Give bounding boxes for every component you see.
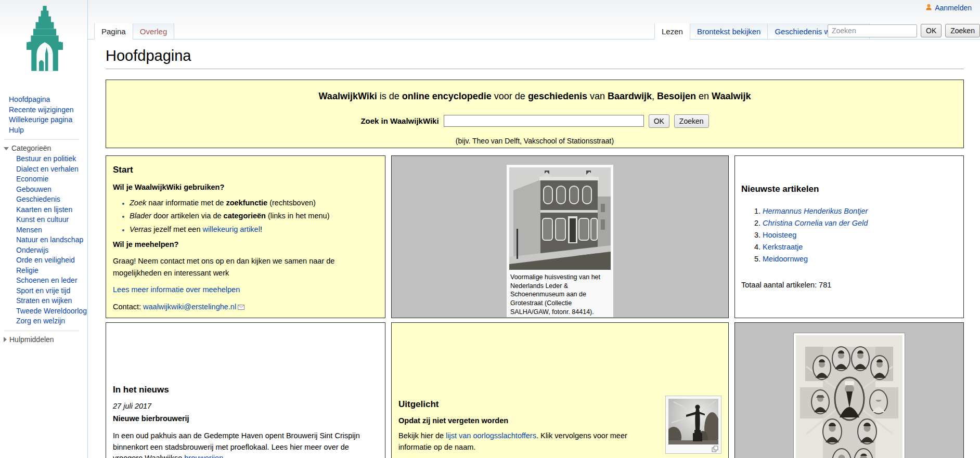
contact-line: Contact: waalwijkwiki@erstelinghe.nl [113,301,378,313]
newest-list: Hermannus Henderikus Bontjer Christina C… [741,204,957,266]
sidebar-item-hoofdpagina[interactable]: Hoofdpagina [9,95,87,105]
museum-caption: Voormalige huisvesting van het Nederland… [509,270,611,318]
welcome-banner: WaalwijkWiki is de online encyclopedie v… [106,80,964,148]
article-link[interactable]: Christina Cornelia van der Geld [763,219,868,227]
user-icon [925,4,932,12]
sidebar-item-economie[interactable]: Economie [16,174,87,185]
banner-search-input[interactable] [444,115,644,127]
headline-part: van [587,91,608,101]
article-link[interactable]: Kerkstraatje [763,243,803,251]
sidebar-item-sport-en-vrije-tijd[interactable]: Sport en vrije tijd [16,286,87,296]
login-link[interactable]: Aanmelden [935,4,972,12]
search-button[interactable]: Zoeken [945,24,980,37]
random-article-link[interactable]: willekeurig artikel [203,225,260,233]
headline-part: en [696,91,712,101]
sidebar-item-geschiedenis[interactable]: Geschiedenis [16,194,87,205]
sidebar: Hoofdpagina Recente wijzigingen Willekeu… [0,0,87,345]
start-bullet: Verras jezelf met een willekeurig artike… [130,224,378,235]
portrait-collage-photo[interactable] [796,335,902,458]
news-subtitle: Nieuwe bierbrouwerij [113,413,378,425]
banner-ok-button[interactable]: OK [649,114,669,128]
banner-zoeken-button[interactable]: Zoeken [674,114,709,128]
newest-title: Nieuwste artikelen [741,184,957,194]
sidebar-item-gebouwen[interactable]: Gebouwen [16,185,87,195]
tab-overleg[interactable]: Overleg [133,23,175,40]
list-item: Kerkstraatje [763,242,957,252]
sidebar-item-schoenen-en-leder[interactable]: Schoenen en leder [16,276,87,286]
search-input[interactable] [828,24,917,37]
sidebar-item-dialect-en-verhalen[interactable]: Dialect en verhalen [16,164,87,175]
banner-search-label: Zoek in WaalwijkWiki [360,116,439,125]
museum-box: Voormalige huisvesting van het Nederland… [391,155,729,318]
sidebar-item-mensen[interactable]: Mensen [16,225,87,235]
sidebar-item-recente-wijzigingen[interactable]: Recente wijzigingen [9,105,87,115]
tab-brontekst-bekijken[interactable]: Brontekst bekijken [690,23,768,40]
tab-pagina[interactable]: Pagina [94,23,133,40]
magnify-icon[interactable] [712,446,718,452]
news-text: In een oud pakhuis aan de Gedempte Haven… [113,431,360,458]
war-victims-link[interactable]: lijst van oorlogsslachtoffers [446,431,536,440]
site-logo[interactable] [21,3,69,72]
news-body: In een oud pakhuis aan de Gedempte Haven… [113,430,378,458]
tools-portal-toggle[interactable]: Hulpmiddelen [0,335,87,345]
article-link[interactable]: Meidoornweg [763,255,808,263]
sidebar-item-onderwijs[interactable]: Onderwijs [16,245,87,256]
sidebar-item-religie[interactable]: Religie [16,266,87,276]
list-item: Christina Cornelia van der Geld [763,218,957,228]
headline-part: voor de [492,91,528,101]
news-title: In het nieuws [113,383,378,397]
bullet-text: Zoek [130,199,146,207]
museum-photo[interactable] [509,167,611,270]
news-date: 27 juli 2017 [113,401,378,412]
page-content: Hoofdpagina WaalwijkWiki is de online en… [88,40,980,458]
bullet-text: naar informatie met de [146,199,226,207]
contact-email-link[interactable]: waalwijkwiki@erstelinghe.nl [143,303,236,311]
categories-portal-toggle[interactable]: Categorieën [0,143,87,153]
chevron-right-icon [4,337,7,342]
article-link[interactable]: Hermannus Henderikus Bontjer [763,207,868,215]
article-link[interactable]: Hooisteeg [763,231,796,239]
statue-thumb-card [665,396,721,454]
search-go-button[interactable]: OK [921,24,942,37]
banner-headline: WaalwijkWiki is de online encyclopedie v… [106,91,963,102]
banner-search: Zoek in WaalwijkWiki OK Zoeken [106,114,963,128]
start-bullets: Zoek naar informatie met de zoekfunctie … [113,197,378,235]
sidebar-item-bestuur-en-politiek[interactable]: Bestuur en politiek [16,154,87,164]
sidebar-item-kaarten-en-lijsten[interactable]: Kaarten en lijsten [16,205,87,215]
news-box: In het nieuws 27 juli 2017 Nieuwe bierbr… [106,322,385,458]
start-box: Start Wil je WaalwijkWiki gebruiken? Zoe… [106,155,385,318]
statue-photo[interactable] [668,399,718,444]
start-bullet: Blader door artikelen via de categorieën… [130,210,378,221]
tab-lezen[interactable]: Lezen [654,23,690,40]
bullet-text: categorieën [224,212,266,220]
start-question-2: Wil je meehelpen? [113,239,378,250]
bullet-text: ! [260,225,262,233]
personal-bar: Aanmelden [925,4,972,12]
museum-thumb-card: Voormalige huisvesting van het Nederland… [506,164,614,318]
start-bullet: Zoek naar informatie met de zoekfunctie … [130,197,378,208]
main-grid: Start Wil je WaalwijkWiki gebruiken? Zoe… [106,155,964,458]
sidebar-item-orde-en-veiligheid[interactable]: Orde en veiligheid [16,255,87,266]
sidebar-item-tweede-wereldoorlog[interactable]: Tweede Wereldoorlog [16,306,87,317]
mail-icon [238,303,244,311]
sidebar-item-natuur-en-landschap[interactable]: Natuur en landschap [16,235,87,245]
sidebar-item-kunst-en-cultuur[interactable]: Kunst en cultuur [16,215,87,225]
contact-label: Contact: [113,303,143,311]
header-search: OK Zoeken [828,24,980,37]
more-info-link[interactable]: Lees meer informatie over meehelpen [113,285,240,294]
sidebar-item-straten-en-wijken[interactable]: Straten en wijken [16,296,87,306]
categories-portal-title: Categorieën [11,143,51,153]
sidebar-item-zorg-en-welzijn[interactable]: Zorg en welzijn [16,316,87,326]
page-title: Hoofdpagina [106,47,964,69]
headline-part: Waalwijk [712,91,751,101]
magnify-row [668,444,718,452]
sidebar-item-hulp[interactable]: Hulp [9,125,87,136]
chevron-down-icon [4,147,9,150]
bullet-text: jezelf met een [151,225,202,233]
sidebar-nav: Hoofdpagina Recente wijzigingen Willekeu… [0,95,87,135]
start-help-text: Graag! Neem contact met ons op en dan ki… [113,255,378,279]
breweries-link[interactable]: brouwerijen [184,454,223,458]
sidebar-item-willekeurige-pagina[interactable]: Willekeurige pagina [9,115,87,125]
headline-part: WaalwijkWiki [319,91,377,101]
featured-box: Uitgelicht Opdat zij niet vergeten worde… [391,322,729,458]
